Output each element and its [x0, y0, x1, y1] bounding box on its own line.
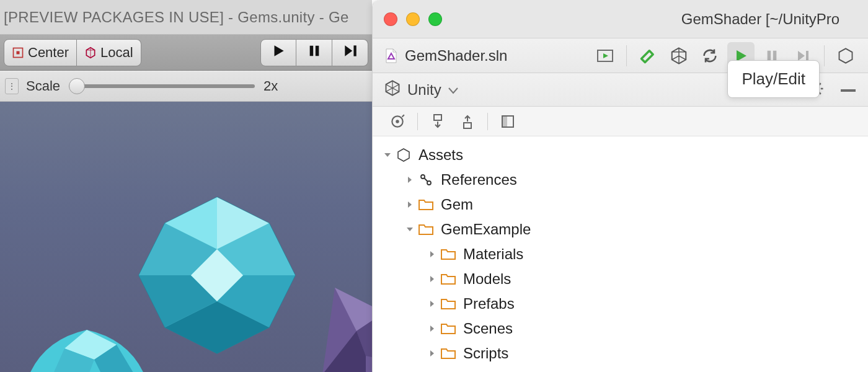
svg-rect-29	[841, 89, 856, 92]
tree-references[interactable]: References	[378, 167, 868, 192]
tree-label: Scripts	[463, 345, 508, 362]
run-config-bar: Unity Play/Edit	[373, 73, 868, 107]
refresh-button[interactable]	[696, 42, 724, 69]
svg-rect-25	[768, 50, 771, 61]
chevron-right-icon	[405, 175, 418, 185]
unity-cube-button[interactable]	[832, 42, 859, 69]
solution-tree[interactable]: Assets References Gem GemExample Materia…	[373, 136, 868, 366]
tree-label: Assets	[418, 146, 463, 164]
tree-folder-prefabs[interactable]: Prefabs	[378, 291, 868, 316]
svg-rect-3	[315, 45, 318, 56]
solution-name: GemShader.sln	[405, 47, 507, 64]
pause-icon	[308, 43, 321, 63]
tree-folder-gemexample[interactable]: GemExample	[378, 217, 868, 242]
scale-label: Scale	[26, 78, 60, 94]
chevron-down-icon	[383, 150, 396, 160]
svg-rect-33	[464, 123, 471, 128]
show-file-props-button[interactable]	[494, 108, 521, 135]
chevron-right-icon	[427, 299, 441, 309]
toolbar-separator	[626, 45, 627, 66]
gem-dome	[12, 312, 161, 372]
folder-icon	[441, 345, 458, 361]
scene-view-topbar: ⋮ Scale 2x	[0, 71, 372, 102]
folder-open-icon	[418, 221, 436, 237]
svg-rect-26	[773, 50, 777, 61]
subbar-options-icon[interactable]: ⋮	[5, 78, 19, 94]
tree-folder-scripts[interactable]: Scripts	[378, 341, 868, 366]
tree-root-assets[interactable]: Assets	[378, 143, 868, 167]
folder-icon	[441, 296, 458, 312]
center-icon	[12, 46, 24, 59]
svg-rect-1	[17, 51, 20, 54]
chevron-right-icon	[405, 200, 418, 210]
chevron-right-icon	[427, 324, 441, 334]
svg-rect-2	[309, 45, 313, 56]
run-config-selector[interactable]: Unity	[384, 79, 459, 100]
scale-slider-thumb[interactable]	[69, 78, 85, 94]
play-edit-tooltip: Play/Edit	[727, 60, 820, 98]
collapse-panel-button[interactable]	[839, 84, 857, 95]
play-button[interactable]	[260, 39, 296, 66]
ide-window: GemShader [~/UnityPro GemShader.sln	[372, 0, 868, 372]
select-run-target-button[interactable]	[591, 42, 619, 69]
collapse-all-button[interactable]	[454, 108, 481, 135]
chevron-down-icon	[448, 81, 459, 99]
tree-label: GemExample	[441, 221, 531, 238]
pause-button[interactable]	[296, 39, 332, 66]
pivot-center-button[interactable]: Center	[4, 39, 77, 66]
window-traffic-lights	[384, 12, 442, 26]
unity-assets-icon	[396, 147, 414, 163]
toolbar-separator	[487, 113, 488, 130]
tree-folder-scenes[interactable]: Scenes	[378, 316, 868, 341]
play-icon	[270, 43, 286, 63]
chevron-down-icon	[405, 224, 418, 234]
scroll-from-source-button[interactable]	[384, 108, 411, 135]
build-button[interactable]	[634, 42, 662, 69]
svg-rect-27	[806, 51, 808, 61]
solution-view-toolbar	[373, 107, 868, 136]
expand-all-button[interactable]	[424, 108, 451, 135]
gem-purple	[322, 288, 372, 372]
folder-icon	[441, 321, 458, 337]
scale-slider[interactable]	[69, 84, 255, 88]
folder-icon	[441, 271, 458, 287]
scene-view[interactable]	[0, 102, 372, 372]
folder-icon	[441, 246, 458, 262]
minimize-window-button[interactable]	[406, 12, 420, 26]
folder-icon	[418, 197, 436, 213]
tree-label: Materials	[463, 246, 523, 263]
attach-unity-button[interactable]	[665, 42, 693, 69]
svg-rect-35	[502, 116, 507, 127]
chevron-right-icon	[427, 348, 441, 358]
tree-label: Scenes	[463, 320, 513, 337]
tree-folder-models[interactable]: Models	[378, 267, 868, 291]
run-config-label: Unity	[407, 81, 441, 99]
step-icon	[342, 43, 358, 63]
unity-title-text: [PREVIEW PACKAGES IN USE] - Gems.unity -…	[4, 9, 349, 26]
pivot-center-label: Center	[28, 45, 69, 61]
tree-label: Models	[463, 270, 511, 288]
unity-editor-window: [PREVIEW PACKAGES IN USE] - Gems.unity -…	[0, 0, 372, 372]
unity-logo-icon	[384, 79, 401, 100]
chevron-right-icon	[427, 249, 441, 259]
svg-rect-4	[353, 45, 356, 56]
scale-value: 2x	[264, 78, 278, 94]
ide-titlebar: GemShader [~/UnityPro	[373, 0, 868, 38]
toolbar-separator	[824, 45, 825, 66]
step-button[interactable]	[332, 39, 368, 66]
tree-folder-gem[interactable]: Gem	[378, 192, 868, 217]
svg-rect-32	[434, 115, 441, 120]
toolbar-separator	[417, 113, 418, 130]
unity-toolbar: Center Local	[0, 35, 372, 71]
space-local-button[interactable]: Local	[77, 39, 141, 66]
zoom-window-button[interactable]	[428, 12, 442, 26]
space-local-label: Local	[100, 45, 133, 61]
close-window-button[interactable]	[384, 12, 397, 26]
references-icon	[418, 172, 436, 188]
tree-label: References	[441, 171, 517, 188]
unity-titlebar: [PREVIEW PACKAGES IN USE] - Gems.unity -…	[0, 0, 372, 35]
ide-window-title: GemShader [~/UnityPro	[453, 11, 857, 28]
local-icon	[84, 46, 97, 59]
chevron-right-icon	[427, 274, 441, 284]
tree-folder-materials[interactable]: Materials	[378, 242, 868, 267]
